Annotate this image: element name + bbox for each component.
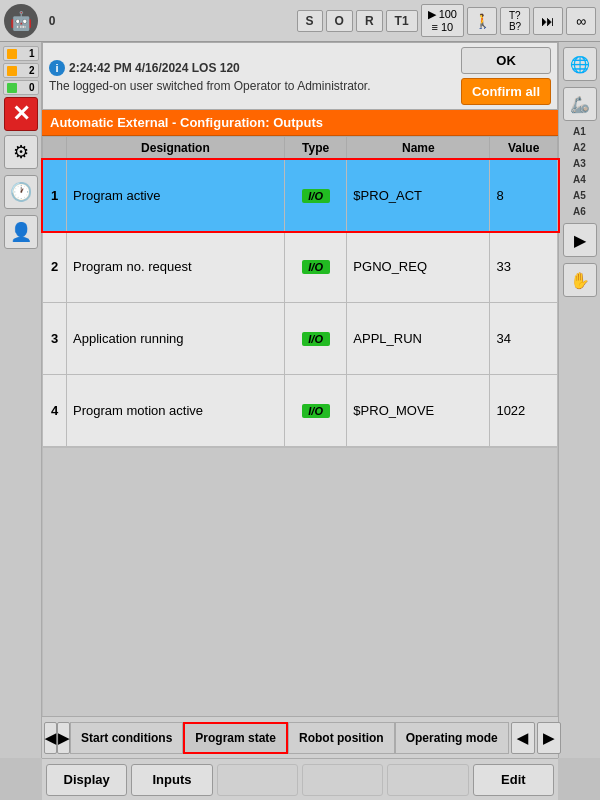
empty-btn-3 <box>387 764 468 796</box>
main-area: i 2:24:42 PM 4/16/2024 LOS 120 The logge… <box>42 42 558 758</box>
inputs-button[interactable]: Inputs <box>131 764 212 796</box>
row-value: 1022 <box>490 374 558 446</box>
top-bar-buttons: S O R T1 ▶ 100 ≡ 10 🚶 T?B? ⏭ ∞ <box>297 4 596 36</box>
tab-left-button[interactable]: ◀ <box>44 722 57 754</box>
o-button[interactable]: O <box>326 10 353 32</box>
type-badge: I/O <box>302 332 330 346</box>
config-table: Designation Type Name Value 1Program act… <box>42 136 558 447</box>
walk-icon[interactable]: 🚶 <box>467 7 497 35</box>
table-body: 1Program activeI/O$PRO_ACT82Program no. … <box>43 160 558 447</box>
row-number: 4 <box>43 374 67 446</box>
sl-num-2: 2 <box>29 65 35 76</box>
tab-right-button[interactable]: ▶ <box>57 722 70 754</box>
row-name: APPL_RUN <box>347 303 490 375</box>
tab-robot-position[interactable]: Robot position <box>288 722 395 754</box>
sl-block-1: 1 <box>3 46 39 61</box>
bottom-toolbar: Display Inputs Edit <box>42 758 558 800</box>
info-icon: i <box>49 60 65 76</box>
row-type: I/O <box>284 231 346 303</box>
s-button[interactable]: S <box>297 10 323 32</box>
inf-icon[interactable]: ∞ <box>566 7 596 35</box>
bottom-tabs-container: ◀ ▶ Start conditions Program state Robot… <box>42 716 558 758</box>
right-arrow-icon[interactable]: ▶ <box>563 223 597 257</box>
row-type: I/O <box>284 374 346 446</box>
col-value: Value <box>490 137 558 160</box>
scroll-right-button[interactable]: ▶ <box>537 722 561 754</box>
sl-block-2: 2 <box>3 63 39 78</box>
row-designation: Application running <box>67 303 285 375</box>
clock-icon[interactable]: 🕐 <box>4 175 38 209</box>
empty-area <box>42 447 558 759</box>
row-value: 8 <box>490 160 558 232</box>
table-row[interactable]: 4Program motion activeI/O$PRO_MOVE1022 <box>43 374 558 446</box>
table-row[interactable]: 1Program activeI/O$PRO_ACT8 <box>43 160 558 232</box>
play-top: ▶ 100 <box>428 8 457 20</box>
notif-timestamp: i 2:24:42 PM 4/16/2024 LOS 120 <box>49 60 455 76</box>
display-button[interactable]: Display <box>46 764 127 796</box>
top-num: 0 <box>42 14 62 28</box>
empty-btn-1 <box>217 764 298 796</box>
hand-icon[interactable]: ✋ <box>563 263 597 297</box>
arm-icon[interactable]: 🦾 <box>563 87 597 121</box>
timestamp-text: 2:24:42 PM 4/16/2024 LOS 120 <box>69 61 240 75</box>
sidebar-left: 1 2 0 ✕ ⚙ 🕐 👤 <box>0 42 42 758</box>
col-num <box>43 137 67 160</box>
a4-label: A4 <box>573 174 586 186</box>
col-name: Name <box>347 137 490 160</box>
row-designation: Program no. request <box>67 231 285 303</box>
col-type: Type <box>284 137 346 160</box>
r-button[interactable]: R <box>356 10 383 32</box>
panel-title: Automatic External - Configuration: Outp… <box>42 110 558 136</box>
robot-icon: 🤖 <box>4 4 38 38</box>
row-number: 1 <box>43 160 67 232</box>
play-speed-button[interactable]: ▶ 100 ≡ 10 <box>421 4 464 36</box>
ok-button[interactable]: OK <box>461 47 551 74</box>
skip-icon[interactable]: ⏭ <box>533 7 563 35</box>
bottom-tabs: ◀ ▶ Start conditions Program state Robot… <box>42 716 558 758</box>
a3-label: A3 <box>573 158 586 170</box>
tb-icon[interactable]: T?B? <box>500 7 530 35</box>
a2-label: A2 <box>573 142 586 154</box>
col-designation: Designation <box>67 137 285 160</box>
table-row[interactable]: 3Application runningI/OAPPL_RUN34 <box>43 303 558 375</box>
row-type: I/O <box>284 303 346 375</box>
row-designation: Program motion active <box>67 374 285 446</box>
settings-icon[interactable]: ⚙ <box>4 135 38 169</box>
orange-dot-2 <box>7 66 17 76</box>
sl-num-1: 1 <box>29 48 35 59</box>
sl-row-2: 2 <box>4 64 38 77</box>
row-number: 3 <box>43 303 67 375</box>
scroll-left-button[interactable]: ◀ <box>511 722 535 754</box>
tab-operating-mode[interactable]: Operating mode <box>395 722 509 754</box>
row-value: 33 <box>490 231 558 303</box>
header-row: Designation Type Name Value <box>43 137 558 160</box>
row-name: $PRO_MOVE <box>347 374 490 446</box>
row-name: PGNO_REQ <box>347 231 490 303</box>
row-number: 2 <box>43 231 67 303</box>
globe-icon[interactable]: 🌐 <box>563 47 597 81</box>
notif-left: i 2:24:42 PM 4/16/2024 LOS 120 The logge… <box>49 60 455 93</box>
tab-program-state[interactable]: Program state <box>183 722 288 754</box>
top-bar: 🤖 0 S O R T1 ▶ 100 ≡ 10 🚶 T?B? ⏭ ∞ <box>0 0 600 42</box>
play-bot: ≡ 10 <box>431 21 453 33</box>
user-icon[interactable]: 👤 <box>4 215 38 249</box>
notification-bar: i 2:24:42 PM 4/16/2024 LOS 120 The logge… <box>42 42 558 110</box>
sl-num-3: 0 <box>29 82 35 93</box>
notif-buttons: OK Confirm all <box>461 47 551 105</box>
orange-dot-1 <box>7 49 17 59</box>
tab-start-conditions[interactable]: Start conditions <box>70 722 183 754</box>
close-button[interactable]: ✕ <box>4 97 38 131</box>
green-dot-3 <box>7 83 17 93</box>
empty-btn-2 <box>302 764 383 796</box>
sl-row-1: 1 <box>4 47 38 60</box>
tab-scroll-buttons: ◀ ▶ <box>511 722 561 754</box>
row-type: I/O <box>284 160 346 232</box>
t1-button[interactable]: T1 <box>386 10 418 32</box>
a6-label: A6 <box>573 206 586 218</box>
table-row[interactable]: 2Program no. requestI/OPGNO_REQ33 <box>43 231 558 303</box>
edit-button[interactable]: Edit <box>473 764 554 796</box>
top-bar-left: 🤖 0 <box>4 4 62 38</box>
type-badge: I/O <box>302 189 330 203</box>
confirm-all-button[interactable]: Confirm all <box>461 78 551 105</box>
row-designation: Program active <box>67 160 285 232</box>
